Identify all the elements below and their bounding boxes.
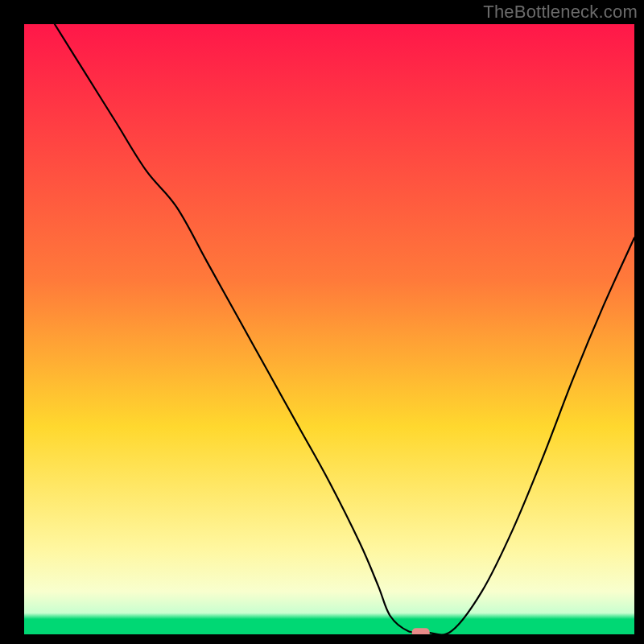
watermark-text: TheBottleneck.com: [483, 2, 638, 23]
optimum-marker: [412, 628, 430, 634]
bottleneck-chart: [24, 24, 634, 634]
gradient-background: [24, 24, 634, 634]
plot-area: [24, 24, 634, 634]
chart-frame: TheBottleneck.com: [0, 0, 644, 644]
